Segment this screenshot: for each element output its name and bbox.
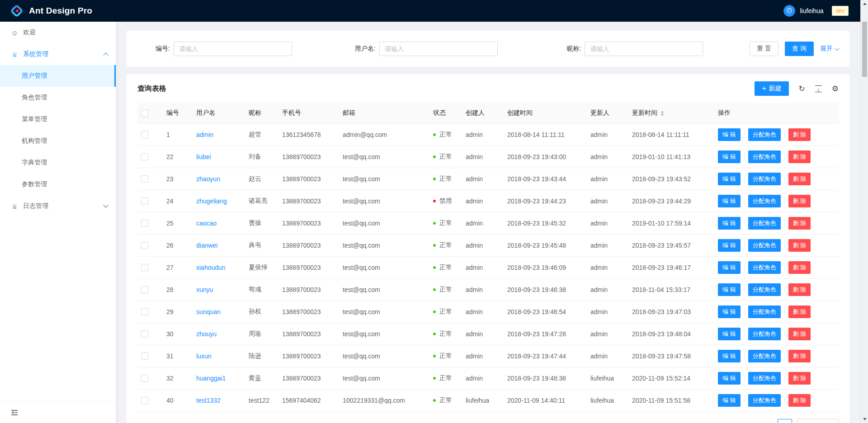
username-link[interactable]: sunquan — [193, 301, 245, 323]
sidebar-item-系统管理[interactable]: ♕系统管理 — [0, 43, 116, 65]
delete-button[interactable]: 删 除 — [788, 128, 811, 141]
row-checkbox[interactable] — [141, 197, 148, 205]
username-link[interactable]: zhugeliang — [193, 190, 245, 212]
delete-button[interactable]: 删 除 — [788, 261, 811, 274]
username-link[interactable]: caocao — [193, 212, 245, 234]
page-size-select[interactable]: 10 条/页 — [797, 419, 839, 423]
row-checkbox[interactable] — [141, 397, 148, 404]
assign-role-button[interactable]: 分配角色 — [748, 195, 781, 207]
id-input[interactable] — [174, 42, 292, 56]
scrollbar-thumb[interactable] — [862, 22, 867, 77]
assign-role-button[interactable]: 分配角色 — [748, 350, 781, 362]
assign-role-button[interactable]: 分配角色 — [748, 239, 781, 252]
delete-button[interactable]: 删 除 — [788, 328, 811, 340]
sidebar-item-机构管理[interactable]: 机构管理 — [0, 130, 116, 152]
username-link[interactable]: admin — [193, 123, 245, 146]
assign-role-button[interactable]: 分配角色 — [748, 173, 781, 185]
delete-button[interactable]: 删 除 — [788, 150, 811, 163]
edit-button[interactable]: 编 辑 — [718, 306, 741, 318]
settings-gear-icon[interactable] — [832, 85, 839, 93]
delete-button[interactable]: 删 除 — [788, 217, 811, 230]
username-link[interactable]: huanggai1 — [193, 367, 245, 389]
edit-button[interactable]: 编 辑 — [718, 217, 741, 230]
assign-role-button[interactable]: 分配角色 — [748, 261, 781, 274]
nickname-input[interactable] — [585, 42, 703, 56]
menu-fold-icon[interactable] — [11, 409, 18, 416]
sidebar-item-用户管理[interactable]: 用户管理 — [0, 65, 116, 87]
row-checkbox[interactable] — [141, 242, 148, 249]
page-1-button[interactable]: 1 — [778, 419, 792, 423]
delete-button[interactable]: 删 除 — [788, 195, 811, 207]
edit-button[interactable]: 编 辑 — [718, 128, 741, 141]
username-link[interactable]: liubei — [193, 146, 245, 168]
assign-role-button[interactable]: 分配角色 — [748, 394, 781, 407]
edit-button[interactable]: 编 辑 — [718, 173, 741, 185]
reload-icon[interactable] — [799, 85, 805, 93]
row-checkbox[interactable] — [141, 375, 148, 382]
status-dot-icon — [433, 355, 436, 357]
row-checkbox[interactable] — [141, 175, 148, 183]
username-input[interactable] — [379, 42, 498, 56]
edit-button[interactable]: 编 辑 — [718, 283, 741, 296]
row-checkbox[interactable] — [141, 131, 148, 138]
query-button[interactable]: 查 询 — [785, 42, 814, 56]
cell-update-time: 2019-01-10 11:41:13 — [628, 146, 714, 168]
delete-button[interactable]: 删 除 — [788, 372, 811, 385]
new-button[interactable]: 新建 — [755, 81, 788, 96]
edit-button[interactable]: 编 辑 — [718, 350, 741, 362]
column-header[interactable]: 更新时间 — [628, 103, 714, 123]
sidebar-item-角色管理[interactable]: 角色管理 — [0, 87, 116, 108]
username-link[interactable]: luxun — [193, 345, 245, 367]
edit-button[interactable]: 编 辑 — [718, 195, 741, 207]
row-checkbox[interactable] — [141, 153, 148, 160]
row-checkbox[interactable] — [141, 220, 148, 227]
sidebar-item-日志管理[interactable]: ♕日志管理 — [0, 195, 116, 217]
scroll-up-arrow[interactable] — [861, 0, 868, 8]
density-icon[interactable] — [815, 85, 822, 92]
sidebar-item-欢迎[interactable]: ☺欢迎 — [0, 22, 116, 43]
username-link[interactable]: zhouyu — [193, 323, 245, 345]
delete-button[interactable]: 删 除 — [788, 283, 811, 296]
username-link[interactable]: dianwei — [193, 234, 245, 256]
edit-button[interactable]: 编 辑 — [718, 372, 741, 385]
assign-role-button[interactable]: 分配角色 — [748, 306, 781, 318]
select-all-checkbox[interactable] — [141, 110, 148, 117]
username-link[interactable]: xiahoudun — [193, 256, 245, 278]
assign-role-button[interactable]: 分配角色 — [748, 217, 781, 230]
sidebar-item-字典管理[interactable]: 字典管理 — [0, 152, 116, 174]
username-link[interactable]: zhaoyun — [193, 168, 245, 190]
sort-carets-icon[interactable] — [660, 111, 664, 116]
expand-toggle[interactable]: 展开 — [820, 45, 839, 53]
row-checkbox[interactable] — [141, 286, 148, 293]
row-checkbox[interactable] — [141, 352, 148, 360]
assign-role-button[interactable]: 分配角色 — [748, 328, 781, 340]
delete-button[interactable]: 删 除 — [788, 306, 811, 318]
sidebar-item-菜单管理[interactable]: 菜单管理 — [0, 108, 116, 130]
edit-button[interactable]: 编 辑 — [718, 261, 741, 274]
edit-button[interactable]: 编 辑 — [718, 328, 741, 340]
scroll-down-arrow[interactable] — [861, 415, 868, 423]
app-logo[interactable]: Ant Design Pro — [10, 4, 92, 18]
edit-button[interactable]: 编 辑 — [718, 239, 741, 252]
delete-button[interactable]: 删 除 — [788, 173, 811, 185]
assign-role-button[interactable]: 分配角色 — [748, 128, 781, 141]
username-label[interactable]: liufeihua — [800, 7, 823, 14]
user-avatar[interactable] — [783, 5, 795, 17]
row-checkbox[interactable] — [141, 330, 148, 338]
delete-button[interactable]: 删 除 — [788, 239, 811, 252]
row-checkbox[interactable] — [141, 308, 148, 315]
row-checkbox[interactable] — [141, 264, 148, 271]
delete-button[interactable]: 删 除 — [788, 350, 811, 362]
username-link[interactable]: xunyu — [193, 278, 245, 301]
sidebar-item-参数管理[interactable]: 参数管理 — [0, 174, 116, 195]
edit-button[interactable]: 编 辑 — [718, 150, 741, 163]
assign-role-button[interactable]: 分配角色 — [748, 283, 781, 296]
assign-role-button[interactable]: 分配角色 — [748, 372, 781, 385]
reset-button[interactable]: 重 置 — [750, 42, 778, 56]
vertical-scrollbar[interactable] — [860, 0, 868, 423]
delete-button[interactable]: 删 除 — [788, 394, 811, 407]
cell-create-time: 2018-09-23 19:46:54 — [504, 301, 587, 323]
edit-button[interactable]: 编 辑 — [718, 394, 741, 407]
assign-role-button[interactable]: 分配角色 — [748, 150, 781, 163]
username-link[interactable]: test1332 — [193, 389, 245, 411]
